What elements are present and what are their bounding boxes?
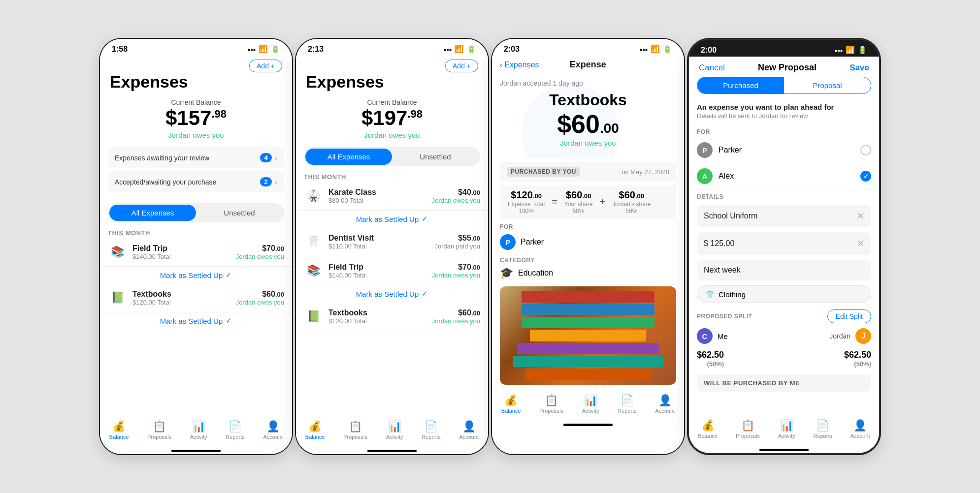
- person-option-parker[interactable]: P Parker: [689, 137, 879, 163]
- nav-reports-3[interactable]: 📄 Reports: [618, 394, 637, 414]
- status-bar-3: 2:03 ▪▪▪ 📶 🔋: [492, 39, 684, 56]
- textbooks-info-2: Textbooks $120.00 Total: [328, 308, 432, 325]
- detail-name-input[interactable]: School Uniform ✕: [697, 205, 871, 227]
- nav-proposals-label-1: Proposals: [147, 434, 171, 440]
- parker-radio[interactable]: [860, 145, 871, 155]
- book-stack: [500, 286, 676, 385]
- cancel-button[interactable]: Cancel: [699, 63, 725, 73]
- settle-row-1[interactable]: Mark as Settled Up ✓: [100, 267, 292, 283]
- add-button-2[interactable]: Add +: [445, 60, 478, 72]
- split-your-pct: 50%: [564, 208, 593, 215]
- nav-account-label-2: Account: [459, 434, 479, 440]
- badge-1: 4: [260, 153, 271, 162]
- nav-account-3[interactable]: 👤 Account: [655, 394, 675, 414]
- notif-text-2: Accepted/awaiting your purchase: [115, 178, 216, 186]
- field-trip-sub-2: Jordan owes you: [432, 272, 480, 279]
- person-option-alex[interactable]: A Alex: [689, 163, 879, 189]
- seg-all-1[interactable]: All Expenses: [109, 205, 196, 221]
- nav-activity-3[interactable]: 📊 Activity: [582, 394, 599, 414]
- settle-row-2[interactable]: Mark as Settled Up ✓: [100, 312, 292, 329]
- tab-proposal[interactable]: Proposal: [784, 77, 871, 93]
- field-trip-name-2: Field Trip: [328, 263, 432, 272]
- expense-dentist[interactable]: 🦷 Dentist Visit $110.00 Total $55.00 Jor…: [296, 227, 488, 256]
- nav-activity-1[interactable]: 📊 Activity: [190, 420, 207, 440]
- detail-amount-text: $ 125.00: [704, 239, 734, 248]
- balance-amount-1: $157.98: [100, 106, 292, 130]
- field-trip-amount-2: $70.00: [432, 263, 480, 272]
- nav-reports-1[interactable]: 📄 Reports: [226, 420, 245, 440]
- expense-textbooks-2[interactable]: 📗 Textbooks $120.00 Total $60.00 Jordan …: [296, 302, 488, 331]
- parker-avatar-4: P: [697, 142, 713, 158]
- field-trip-total-2: $140.00 Total: [328, 272, 432, 279]
- settle-row-field-trip[interactable]: Mark as Settled Up ✓: [296, 285, 488, 302]
- field-trip-amount-col: $70.00 Jordan owes you: [236, 244, 284, 260]
- nav-balance-4[interactable]: 💰 Balance: [698, 419, 718, 439]
- karate-icon: 🥋: [304, 186, 323, 205]
- nav-activity-4[interactable]: 📊 Activity: [778, 419, 795, 439]
- seg-all-2[interactable]: All Expenses: [305, 149, 392, 165]
- detail-amount-clear[interactable]: ✕: [857, 238, 864, 249]
- parker-avatar: P: [500, 234, 516, 250]
- expense-item-textbooks[interactable]: 📗 Textbooks $120.00 Total $60.00 Jordan …: [100, 283, 292, 312]
- notif-row-1[interactable]: Expenses awaiting your review 4 ›: [108, 147, 284, 168]
- nav-account-4[interactable]: 👤 Account: [850, 419, 870, 439]
- balance-section-2: Current Balance $197.98 Jordan owes you: [296, 93, 488, 143]
- seg-unsettled-2[interactable]: Unsettled: [392, 149, 479, 165]
- expenses-header-2: Add + Expenses: [296, 56, 488, 93]
- nav-balance-3[interactable]: 💰 Balance: [501, 394, 521, 414]
- expense-item-field-trip[interactable]: 📚 Field Trip $140.00 Total $70.00 Jordan…: [100, 238, 292, 267]
- field-trip-amount-col-2: $70.00 Jordan owes you: [432, 263, 480, 279]
- status-icons-3: ▪▪▪ 📶 🔋: [640, 45, 672, 54]
- tab-purchased[interactable]: Purchased: [697, 77, 784, 93]
- nav-proposals-3[interactable]: 📋 Proposals: [539, 394, 563, 414]
- back-chevron: ‹: [500, 61, 502, 69]
- status-bar-2: 2:13 ▪▪▪ 📶 🔋: [296, 39, 488, 56]
- split-total: $120.00 Expense Total 100%: [508, 189, 545, 215]
- nav-account-label-3: Account: [655, 408, 675, 414]
- nav-balance-2[interactable]: 💰 Balance: [305, 420, 325, 440]
- notif-row-2[interactable]: Accepted/awaiting your purchase 2 ›: [108, 171, 284, 192]
- nav-reports-2[interactable]: 📄 Reports: [422, 420, 441, 440]
- field-trip-info: Field Trip $140.00 Total: [132, 244, 236, 260]
- settle-label-ft: Mark as Settled Up: [356, 290, 419, 298]
- detail-date-input[interactable]: Next week: [697, 260, 871, 280]
- nav-proposals-2[interactable]: 📋 Proposals: [343, 420, 367, 440]
- nav-reports-4[interactable]: 📄 Reports: [813, 419, 832, 439]
- detail-amount-input[interactable]: $ 125.00 ✕: [697, 232, 871, 255]
- karate-info: Karate Class $80.00 Total: [328, 188, 432, 204]
- settle-row-karate[interactable]: Mark as Settled Up ✓: [296, 211, 488, 227]
- nav-account-1[interactable]: 👤 Account: [263, 420, 283, 440]
- nav-reports-label-2: Reports: [422, 434, 441, 440]
- for-section: FOR P Parker: [492, 218, 684, 252]
- nav-proposals-4[interactable]: 📋 Proposals: [736, 419, 760, 439]
- account-nav-icon: 👤: [266, 420, 280, 433]
- detail-name-clear[interactable]: ✕: [857, 211, 864, 221]
- expense-field-trip-2[interactable]: 📚 Field Trip $140.00 Total $70.00 Jordan…: [296, 256, 488, 285]
- nav-account-2[interactable]: 👤 Account: [459, 420, 479, 440]
- badge-2: 2: [260, 177, 271, 186]
- nav-proposals-1[interactable]: 📋 Proposals: [147, 420, 171, 440]
- settle-icon-1: ✓: [226, 271, 232, 279]
- nav-account-label-1: Account: [263, 434, 283, 440]
- textbooks-sub: Jordan owes you: [236, 299, 284, 306]
- proposal-title: New Proposal: [758, 62, 817, 73]
- seg-unsettled-1[interactable]: Unsettled: [196, 205, 283, 221]
- nav-proposals-label-4: Proposals: [736, 433, 760, 439]
- balance-whole-1: $157: [165, 106, 211, 129]
- proposal-info-sub: Details will be sent to Jordan for revie…: [697, 112, 871, 120]
- expense-karate[interactable]: 🥋 Karate Class $80.00 Total $40.00 Jorda…: [296, 182, 488, 211]
- proposal-info-title: An expense you want to plan ahead for: [697, 103, 871, 111]
- edit-split-button[interactable]: Edit Split: [827, 309, 871, 323]
- balance-whole-2: $197: [361, 106, 407, 129]
- add-button-1[interactable]: Add +: [249, 60, 282, 72]
- save-button[interactable]: Save: [849, 63, 869, 73]
- battery-icon: 🔋: [271, 45, 280, 54]
- me-label: Me: [718, 332, 728, 340]
- category-chip[interactable]: 👕 Clothing: [697, 285, 871, 303]
- back-button[interactable]: ‹ Expenses: [500, 61, 539, 69]
- chevron-2: ›: [275, 178, 277, 186]
- nav-activity-label-3: Activity: [582, 408, 599, 414]
- nav-activity-2[interactable]: 📊 Activity: [386, 420, 403, 440]
- alex-radio[interactable]: [860, 171, 871, 182]
- nav-balance-1[interactable]: 💰 Balance: [109, 420, 129, 440]
